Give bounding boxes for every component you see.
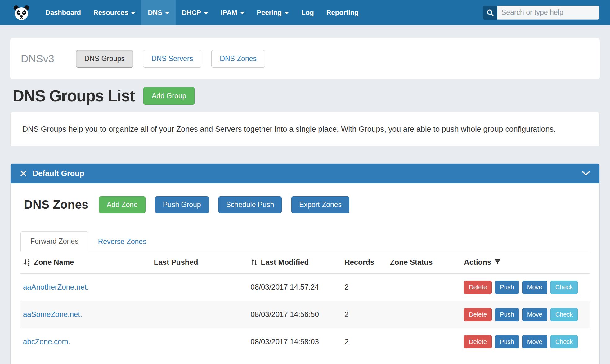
subnav-dns-zones-button[interactable]: DNS Zones	[211, 50, 265, 68]
nav-item-log[interactable]: Log	[295, 0, 320, 25]
schedule-push-button[interactable]: Schedule Push	[218, 196, 282, 213]
zone-status-cell	[388, 301, 461, 328]
search-icon	[486, 9, 494, 17]
last-pushed-cell	[151, 328, 248, 355]
subnav-dns-groups-button[interactable]: DNS Groups	[76, 50, 133, 68]
nav-item-dhcp[interactable]: DHCP	[176, 0, 214, 25]
check-button[interactable]: Check	[550, 308, 578, 321]
zones-toolbar: DNS Zones Add Zone Push Group Schedule P…	[20, 196, 590, 213]
subnav-title: DNSv3	[21, 53, 54, 65]
header-records: Records	[342, 251, 388, 273]
nav-label: DHCP	[182, 9, 201, 17]
sort-numeric-icon[interactable]: 1 2	[23, 258, 31, 266]
brand-logo[interactable]	[0, 0, 39, 25]
nav-menu: Dashboard Resources DNS DHCP IPAM Peerin…	[39, 0, 365, 25]
description-panel: DNS Groups help you to organize all of y…	[10, 112, 600, 146]
nav-label: DNS	[148, 9, 162, 17]
group-panel-header[interactable]: Default Group	[11, 164, 599, 183]
header-zone-name[interactable]: 1 2 Zone Name	[20, 251, 151, 273]
group-title: Default Group	[33, 169, 84, 178]
panda-logo-icon	[12, 4, 31, 21]
push-group-button[interactable]: Push Group	[155, 196, 209, 213]
row-actions: Delete Push Move Check	[464, 308, 587, 321]
table-header-row: 1 2 Zone Name Last Pushed	[20, 251, 590, 273]
dns-subnav-panel: DNSv3 DNS Groups DNS Servers DNS Zones	[10, 38, 600, 79]
zone-name-link[interactable]: abcZone.com.	[23, 337, 70, 346]
svg-text:2: 2	[28, 262, 29, 266]
last-modified-cell: 08/03/2017 14:57:24	[248, 273, 342, 301]
last-modified-cell: 08/03/2017 14:56:50	[248, 301, 342, 328]
zone-name-link[interactable]: aaAnotherZone.net.	[23, 283, 89, 291]
chevron-down-icon	[165, 12, 169, 14]
tab-forward-zones[interactable]: Forward Zones	[20, 231, 88, 251]
nav-item-peering[interactable]: Peering	[251, 0, 295, 25]
chevron-down-icon	[204, 12, 208, 14]
nav-item-ipam[interactable]: IPAM	[214, 0, 250, 25]
nav-label: IPAM	[221, 9, 237, 17]
group-panel-body: DNS Zones Add Zone Push Group Schedule P…	[11, 183, 599, 364]
nav-label: Log	[301, 9, 314, 17]
move-button[interactable]: Move	[522, 335, 547, 348]
delete-button[interactable]: Delete	[464, 335, 492, 348]
last-modified-cell: 08/03/2017 14:58:03	[248, 328, 342, 355]
add-group-button[interactable]: Add Group	[143, 87, 195, 105]
nav-item-resources[interactable]: Resources	[87, 0, 142, 25]
move-button[interactable]: Move	[522, 281, 547, 294]
chevron-down-icon	[285, 12, 289, 14]
zone-status-cell	[388, 328, 461, 355]
page-head: DNS Groups List Add Group	[13, 87, 600, 105]
nav-item-dashboard[interactable]: Dashboard	[39, 0, 87, 25]
nav-label: Reporting	[326, 9, 359, 17]
default-group-panel: Default Group DNS Zones Add Zone Push Gr…	[10, 163, 600, 364]
nav-label: Peering	[257, 9, 282, 17]
page-title: DNS Groups List	[13, 87, 135, 105]
search-input[interactable]	[497, 6, 599, 20]
records-cell: 2	[342, 328, 388, 355]
add-zone-button[interactable]: Add Zone	[99, 196, 146, 213]
row-actions: Delete Push Move Check	[464, 281, 587, 294]
header-zone-status: Zone Status	[388, 251, 461, 273]
last-pushed-cell	[151, 273, 248, 301]
subnav-dns-servers-button[interactable]: DNS Servers	[143, 50, 201, 68]
delete-button[interactable]: Delete	[464, 308, 492, 321]
delete-button[interactable]: Delete	[464, 281, 492, 294]
close-icon[interactable]	[20, 170, 27, 177]
row-actions: Delete Push Move Check	[464, 335, 587, 348]
nav-label: Resources	[93, 9, 128, 17]
check-button[interactable]: Check	[550, 281, 578, 294]
top-navbar: Dashboard Resources DNS DHCP IPAM Peerin…	[0, 0, 610, 25]
zone-name-link[interactable]: aaSomeZone.net.	[23, 310, 82, 318]
tab-reverse-zones[interactable]: Reverse Zones	[88, 232, 156, 251]
filter-icon[interactable]	[494, 259, 501, 265]
nav-item-reporting[interactable]: Reporting	[320, 0, 365, 25]
header-actions: Actions	[461, 251, 590, 273]
chevron-down-icon	[131, 12, 135, 14]
chevron-down-icon	[240, 12, 244, 14]
description-text: DNS Groups help you to organize all of y…	[22, 123, 578, 135]
dns-zones-heading: DNS Zones	[24, 198, 88, 211]
search-button[interactable]	[483, 6, 497, 20]
chevron-down-icon[interactable]	[582, 171, 590, 176]
svg-text:1: 1	[28, 258, 29, 262]
records-cell: 2	[342, 273, 388, 301]
navbar-search	[483, 0, 599, 25]
last-pushed-cell	[151, 301, 248, 328]
push-button[interactable]: Push	[495, 281, 519, 294]
export-zones-button[interactable]: Export Zones	[291, 196, 349, 213]
zones-table: 1 2 Zone Name Last Pushed	[20, 251, 590, 355]
zone-status-cell	[388, 273, 461, 301]
zones-tabs: Forward Zones Reverse Zones	[20, 231, 590, 251]
check-button[interactable]: Check	[550, 335, 578, 348]
table-row: aaAnotherZone.net. 08/03/2017 14:57:24 2…	[20, 273, 590, 301]
header-last-pushed: Last Pushed	[151, 251, 248, 273]
push-button[interactable]: Push	[495, 308, 519, 321]
push-button[interactable]: Push	[495, 335, 519, 348]
nav-label: Dashboard	[45, 9, 81, 17]
sort-icon[interactable]	[251, 258, 258, 266]
nav-item-dns[interactable]: DNS	[141, 0, 175, 25]
table-row: abcZone.com. 08/03/2017 14:58:03 2 Delet…	[20, 328, 590, 355]
records-cell: 2	[342, 301, 388, 328]
table-row: aaSomeZone.net. 08/03/2017 14:56:50 2 De…	[20, 301, 590, 328]
header-last-modified[interactable]: Last Modified	[248, 251, 342, 273]
move-button[interactable]: Move	[522, 308, 547, 321]
